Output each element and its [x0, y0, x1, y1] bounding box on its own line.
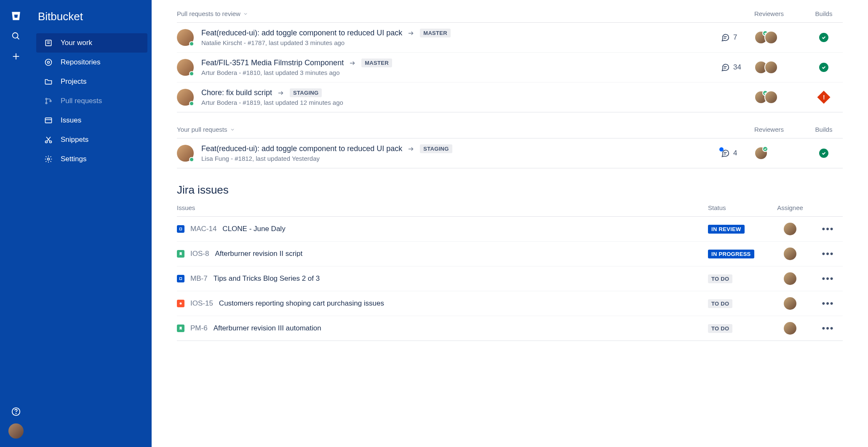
branch-tag[interactable]: STAGING [290, 88, 322, 97]
svg-point-18 [48, 158, 50, 160]
reviewer-avatar[interactable] [754, 146, 768, 160]
jira-row[interactable]: MAC-14 CLONE - June Daly IN REVIEW ••• [177, 217, 843, 242]
issue-status[interactable]: IN REVIEW [708, 225, 767, 234]
nav-folder[interactable]: Projects [36, 72, 147, 91]
issue-title[interactable]: Customers reporting shoping cart purchas… [219, 299, 708, 308]
reviewer-avatar[interactable] [764, 31, 778, 44]
author-avatar[interactable] [177, 145, 194, 162]
jira-row[interactable]: PM-6 Afterburner revision III automation… [177, 316, 843, 341]
nav-label: Snippets [61, 136, 88, 144]
yours-toggle[interactable]: Your pull requests [177, 126, 235, 133]
profile-avatar[interactable] [8, 423, 24, 439]
arrow-right-icon [277, 89, 285, 97]
issue-key[interactable]: PM-6 [190, 324, 208, 333]
svg-line-1 [17, 37, 19, 40]
issue-key[interactable]: MAC-14 [190, 225, 216, 233]
comment-icon[interactable] [721, 149, 730, 158]
jira-row[interactable]: IOS-15 Customers reporting shoping cart … [177, 291, 843, 316]
col-builds: Builds [805, 126, 843, 133]
app-title: Bitbucket [32, 8, 152, 33]
build-success-icon[interactable] [819, 63, 828, 72]
pr-row[interactable]: Chore: fix build script STAGING Artur Bo… [177, 82, 843, 112]
reviewer-avatar[interactable] [764, 61, 778, 74]
comment-icon[interactable] [721, 63, 730, 72]
pr-meta: Artur Bodera - #1810, last updated 3 min… [201, 69, 721, 76]
build-fail-icon[interactable]: ! [817, 90, 830, 104]
issue-title[interactable]: Afterburner revision II script [215, 250, 708, 258]
pr-row[interactable]: Feat/FIL-3571 Media Filmstrip Component … [177, 53, 843, 82]
nav-settings[interactable]: Settings [36, 149, 147, 169]
issue-title[interactable]: Afterburner revision III automation [214, 324, 708, 333]
issue-assignee[interactable] [767, 322, 813, 335]
svg-point-11 [45, 98, 47, 99]
nav-repo[interactable]: Repositories [36, 53, 147, 72]
bitbucket-logo-icon[interactable] [8, 8, 24, 24]
branch-tag[interactable]: MASTER [361, 59, 392, 67]
issue-assignee[interactable] [767, 272, 813, 285]
author-avatar[interactable] [177, 59, 194, 76]
issue-assignee[interactable] [767, 223, 813, 235]
global-rail [0, 0, 32, 447]
reviewer-avatar[interactable] [764, 90, 778, 104]
jira-row[interactable]: MB-7 Tips and Tricks Blog Series 2 of 3 … [177, 266, 843, 291]
nav-work[interactable]: Your work [36, 33, 147, 53]
author-avatar[interactable] [177, 29, 194, 46]
pr-row[interactable]: Feat(reduced-ui): add toggle component t… [177, 23, 843, 53]
jira-row[interactable]: IOS-8 Afterburner revision II script IN … [177, 242, 843, 266]
pr-comments[interactable]: 34 [721, 63, 754, 72]
issue-key[interactable]: MB-7 [190, 274, 208, 283]
search-icon[interactable] [8, 28, 24, 45]
nav-issues[interactable]: Issues [36, 111, 147, 130]
nav-pr[interactable]: Pull requests [36, 91, 147, 111]
sidebar: Bitbucket Your workRepositoriesProjectsP… [32, 0, 152, 447]
chevron-down-icon [230, 127, 235, 132]
nav-label: Repositories [61, 58, 101, 67]
issue-status[interactable]: TO DO [708, 299, 767, 308]
author-avatar[interactable] [177, 89, 194, 106]
issues-icon [44, 116, 53, 125]
presence-indicator [189, 41, 194, 46]
issue-status[interactable]: IN PROGRESS [708, 250, 767, 258]
pr-title[interactable]: Chore: fix build script [201, 88, 272, 97]
comment-count: 4 [733, 149, 737, 157]
branch-tag[interactable]: STAGING [420, 144, 452, 153]
issue-key[interactable]: IOS-15 [190, 299, 213, 308]
issue-key[interactable]: IOS-8 [190, 250, 209, 258]
nav-label: Your work [61, 39, 92, 47]
pr-comments[interactable]: 4 [721, 149, 754, 158]
svg-point-9 [45, 59, 52, 66]
pr-title[interactable]: Feat/FIL-3571 Media Filmstrip Component [201, 59, 344, 67]
pr-row[interactable]: Feat(reduced-ui): add toggle component t… [177, 138, 843, 168]
arrow-right-icon [407, 29, 415, 37]
help-icon[interactable] [8, 403, 24, 420]
pr-title[interactable]: Feat(reduced-ui): add toggle component t… [201, 29, 402, 37]
comment-icon[interactable] [721, 33, 730, 42]
issue-type-story-icon [177, 250, 184, 258]
issue-type-bug-icon [177, 300, 184, 307]
pr-title[interactable]: Feat(reduced-ui): add toggle component t… [201, 144, 402, 153]
pr-build: ! [805, 93, 843, 102]
nav-label: Pull requests [61, 97, 102, 105]
snippets-icon [44, 135, 53, 144]
issue-title[interactable]: CLONE - June Daly [222, 225, 708, 233]
issue-assignee[interactable] [767, 297, 813, 310]
issue-assignee[interactable] [767, 247, 813, 260]
issue-title[interactable]: Tips and Tricks Blog Series 2 of 3 [214, 274, 708, 283]
svg-point-13 [50, 100, 51, 101]
chevron-down-icon [243, 11, 248, 16]
issue-status[interactable]: TO DO [708, 324, 767, 333]
presence-indicator [189, 157, 194, 162]
create-icon[interactable] [8, 48, 24, 65]
comment-count: 34 [733, 63, 741, 72]
settings-icon [44, 154, 53, 164]
pr-build [805, 149, 843, 158]
pr-build [805, 63, 843, 72]
nav-snippets[interactable]: Snippets [36, 130, 147, 149]
pr-comments[interactable]: 7 [721, 33, 754, 42]
branch-tag[interactable]: MASTER [420, 29, 451, 37]
pr-meta: Lisa Fung - #1812, last updated Yesterda… [201, 155, 721, 162]
build-success-icon[interactable] [819, 33, 828, 42]
issue-status[interactable]: TO DO [708, 274, 767, 283]
build-success-icon[interactable] [819, 149, 828, 158]
review-toggle[interactable]: Pull requests to review [177, 10, 248, 17]
